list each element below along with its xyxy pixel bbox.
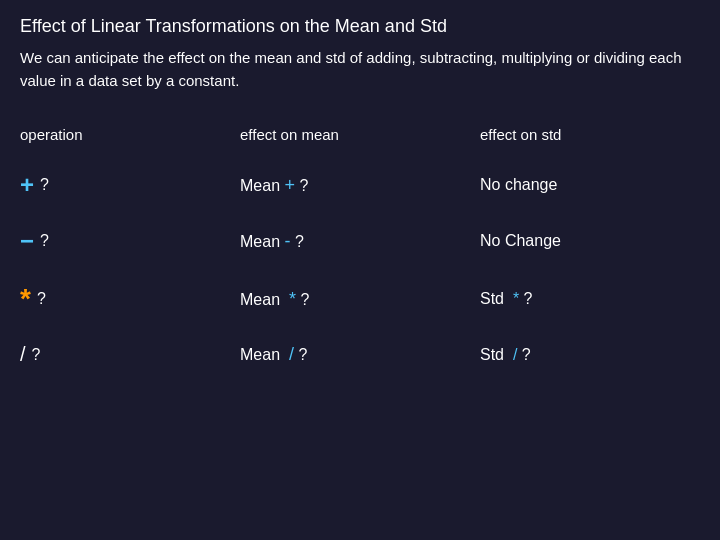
row-4-std-label: Std / ? xyxy=(480,346,531,364)
row-4-effect-mean: Mean / ? xyxy=(240,329,480,380)
row-3-operation: * ? xyxy=(20,269,240,329)
row-2-std-label: No Change xyxy=(480,232,561,250)
page-description: We can anticipate the effect on the mean… xyxy=(20,47,700,92)
divide-symbol: / xyxy=(20,343,26,366)
row-3-mean-label: Mean * ? xyxy=(240,289,309,310)
row-4-effect-std: Std / ? xyxy=(480,329,700,380)
col-header-effect-std: effect on std xyxy=(480,120,700,157)
row-2-operation: − ? xyxy=(20,213,240,269)
minus-symbol: − xyxy=(20,227,34,255)
content-table: operation effect on mean effect on std +… xyxy=(20,120,700,380)
row-4-operation: / ? xyxy=(20,329,240,380)
row-1-effect-std: No change xyxy=(480,157,700,213)
multiply-symbol: * xyxy=(20,283,31,315)
row-3-effect-mean: Mean * ? xyxy=(240,269,480,329)
row-4-question: ? xyxy=(32,346,41,364)
col-header-effect-mean: effect on mean xyxy=(240,120,480,157)
row-1-question: ? xyxy=(40,176,49,194)
page-title: Effect of Linear Transformations on the … xyxy=(20,16,700,37)
plus-symbol: + xyxy=(20,171,34,199)
row-2-question: ? xyxy=(40,232,49,250)
row-1-operation: + ? xyxy=(20,157,240,213)
row-1-effect-mean: Mean + ? xyxy=(240,157,480,213)
row-2-effect-mean: Mean - ? xyxy=(240,213,480,269)
row-2-effect-std: No Change xyxy=(480,213,700,269)
row-4-mean-label: Mean / ? xyxy=(240,344,307,365)
row-2-mean-label: Mean - ? xyxy=(240,231,304,252)
row-3-std-label: Std * ? xyxy=(480,290,532,308)
row-3-question: ? xyxy=(37,290,46,308)
row-1-mean-label: Mean + ? xyxy=(240,175,308,196)
main-container: Effect of Linear Transformations on the … xyxy=(0,0,720,540)
row-3-effect-std: Std * ? xyxy=(480,269,700,329)
row-1-std-label: No change xyxy=(480,176,557,194)
col-header-operation: operation xyxy=(20,120,240,157)
